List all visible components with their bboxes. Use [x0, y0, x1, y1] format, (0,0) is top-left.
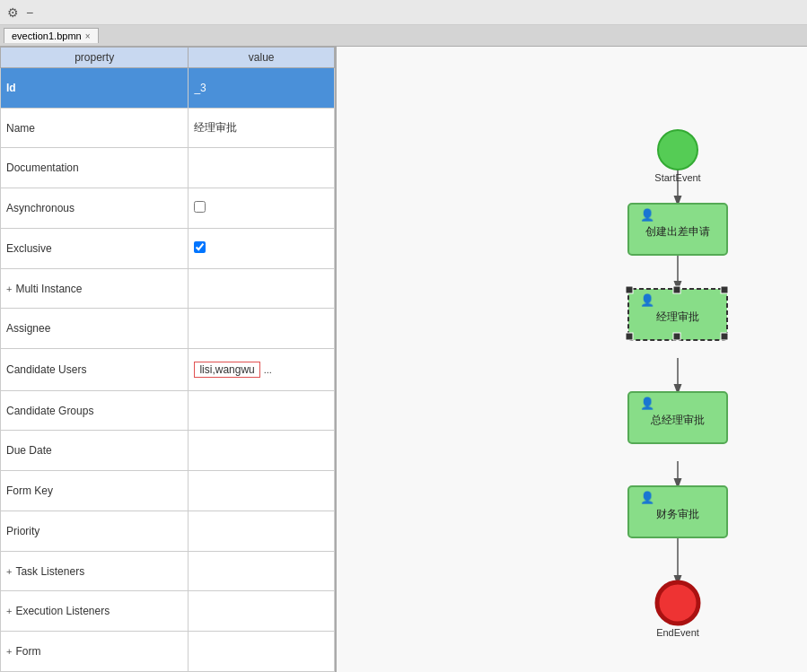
expand-icon[interactable]: + [6, 566, 12, 577]
candidate-users-edit-btn[interactable]: ... [264, 364, 272, 375]
property-label: Candidate Groups [1, 390, 189, 431]
start-event-label: StartEvent [654, 172, 700, 183]
main-content: property value Id_3Name经理审批Documentation… [0, 47, 807, 672]
expand-icon[interactable]: + [6, 284, 12, 294]
property-value[interactable] [189, 431, 335, 471]
tab-close-icon[interactable]: × [85, 31, 91, 41]
task2-label: 经理审批 [656, 310, 699, 323]
task4-label: 财务审批 [656, 508, 699, 520]
property-value[interactable] [189, 551, 335, 591]
property-value[interactable] [189, 148, 335, 188]
property-value[interactable] [189, 390, 335, 431]
task2-icon: 👤 [640, 292, 655, 308]
start-event-node[interactable] [658, 130, 697, 170]
property-row-assignee-row[interactable]: Assignee [1, 309, 335, 349]
tab-bar: evection1.bpmn × [0, 25, 807, 47]
tab-label: evection1.bpmn [12, 31, 82, 41]
handle-br [721, 333, 728, 340]
property-label: Documentation [1, 148, 189, 188]
property-row-execution-listeners-row[interactable]: +Execution Listeners [1, 591, 335, 632]
property-row-candidate-users-row[interactable]: Candidate Userslisi,wangwu... [1, 349, 335, 391]
property-row-priority-row[interactable]: Priority [1, 511, 335, 551]
col-property-header: property [1, 48, 189, 68]
handle-bm [673, 333, 680, 340]
end-event-node[interactable] [657, 582, 698, 624]
property-label: Asynchronous [1, 188, 189, 229]
handle-tr [721, 286, 728, 293]
property-value[interactable] [189, 309, 335, 349]
property-value[interactable]: _3 [189, 68, 335, 109]
property-label: Form Key [1, 471, 189, 511]
bpmn-tab[interactable]: evection1.bpmn × [4, 28, 99, 43]
property-label: +Task Listeners [1, 551, 189, 591]
property-row-form-key-row[interactable]: Form Key [1, 471, 335, 511]
gear-button[interactable]: ⚙ [4, 4, 22, 22]
property-value[interactable] [189, 188, 335, 229]
property-row-exclusive-row[interactable]: Exclusive [1, 228, 335, 268]
property-value[interactable] [189, 591, 335, 632]
expand-icon[interactable]: + [6, 606, 12, 616]
property-row-async-row[interactable]: Asynchronous [1, 188, 335, 229]
expand-icon[interactable]: + [6, 646, 12, 657]
property-value[interactable]: 经理审批 [189, 108, 335, 148]
property-label: Exclusive [1, 228, 189, 268]
property-row-multi-row[interactable]: +Multi Instance [1, 268, 335, 309]
property-row-candidate-groups-row[interactable]: Candidate Groups [1, 390, 335, 431]
property-value[interactable] [189, 228, 335, 268]
property-label: +Execution Listeners [1, 591, 189, 632]
handle-bl [626, 333, 633, 340]
property-label: Candidate Users [1, 349, 189, 391]
property-label: Assignee [1, 309, 189, 349]
handle-tm [673, 286, 680, 293]
async-checkbox[interactable] [194, 201, 206, 213]
candidate-users-value: lisi,wangwu [194, 362, 259, 378]
task1-icon: 👤 [640, 207, 655, 223]
minimize-button[interactable]: − [22, 4, 37, 22]
property-label: Name [1, 108, 189, 148]
exclusive-checkbox[interactable] [194, 241, 206, 253]
properties-table: property value Id_3Name经理审批Documentation… [0, 47, 335, 672]
property-value[interactable] [189, 471, 335, 511]
handle-tl [626, 286, 633, 293]
property-value[interactable] [189, 632, 335, 672]
property-row-due-date-row[interactable]: Due Date [1, 431, 335, 471]
property-value[interactable] [189, 268, 335, 309]
bpmn-canvas: StartEvent 👤 创建出差申请 👤 经理审批 👤 总经理审批 👤 财务 [337, 47, 807, 672]
property-label: +Multi Instance [1, 268, 189, 309]
properties-panel: property value Id_3Name经理审批Documentation… [0, 47, 337, 672]
property-row-id-row[interactable]: Id_3 [1, 68, 335, 109]
task4-icon: 👤 [640, 490, 655, 505]
property-row-form-row[interactable]: +Form [1, 632, 335, 672]
task3-icon: 👤 [640, 396, 655, 411]
diagram-panel: StartEvent 👤 创建出差申请 👤 经理审批 👤 总经理审批 👤 财务 [337, 47, 807, 672]
end-event-label: EndEvent [656, 627, 699, 638]
col-value-header: value [189, 48, 335, 68]
property-label: +Form [1, 632, 189, 672]
property-value[interactable]: lisi,wangwu... [189, 349, 335, 391]
property-value[interactable] [189, 511, 335, 551]
property-row-doc-row[interactable]: Documentation [1, 148, 335, 188]
property-label: Priority [1, 511, 189, 551]
property-row-task-listeners-row[interactable]: +Task Listeners [1, 551, 335, 591]
task3-label: 总经理审批 [650, 414, 705, 426]
top-bar: ⚙ − [0, 0, 807, 25]
property-label: Due Date [1, 431, 189, 471]
property-label: Id [1, 68, 189, 109]
task1-label: 创建出差申请 [645, 225, 710, 238]
property-row-name-row[interactable]: Name经理审批 [1, 108, 335, 148]
